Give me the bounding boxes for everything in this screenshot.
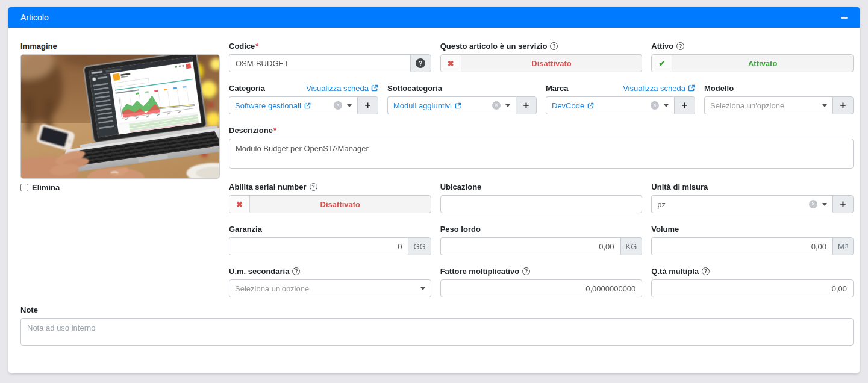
marca-add-button[interactable]: + [674, 96, 695, 114]
ubicazione-input[interactable] [440, 195, 643, 213]
field-categoria: Categoria Visualizza scheda Software ges… [229, 83, 378, 114]
chevron-down-icon [822, 104, 827, 107]
field-serial: Abilita serial number ? ✖ Disattivato [229, 182, 431, 213]
clear-icon[interactable]: × [651, 101, 659, 110]
clear-icon[interactable]: × [334, 101, 342, 110]
codice-input[interactable] [229, 54, 410, 72]
peso-lordo-label: Peso lordo [440, 225, 481, 234]
help-icon[interactable]: ? [292, 267, 300, 275]
sottocategoria-select[interactable]: Moduli aggiuntivi × [387, 96, 516, 114]
page: Articolo Immagine [0, 0, 868, 383]
marca-visualizza-scheda-link[interactable]: Visualizza scheda [623, 84, 695, 93]
field-servizio: Questo articolo è un servizio ? ✖ Disatt… [440, 41, 643, 72]
marca-label: Marca [546, 84, 569, 93]
field-um-secondaria: U.m. secondaria ? Seleziona un'opzione [229, 266, 431, 297]
elimina-label: Elimina [32, 183, 60, 192]
categoria-label: Categoria [229, 84, 265, 93]
row-um2-fattore-qta: U.m. secondaria ? Seleziona un'opzione [229, 266, 854, 297]
field-marca: Marca Visualizza scheda DevCode × [546, 83, 695, 114]
cross-icon: ✖ [441, 55, 461, 72]
categoria-value[interactable]: Software gestionali [235, 101, 311, 110]
collapse-button[interactable] [837, 14, 851, 21]
required-marker: * [255, 42, 258, 51]
field-ubicazione: Ubicazione [440, 182, 643, 213]
sottocategoria-label: Sottocategoria [387, 84, 442, 93]
image-column: Immagine [20, 41, 220, 304]
check-icon: ✔ [652, 55, 672, 72]
um-secondaria-label: U.m. secondaria [229, 267, 289, 276]
row-codice-servizio-attivo: Codice* ? Questo articolo è u [229, 41, 854, 72]
field-peso-lordo: Peso lordo KG [440, 224, 643, 255]
chevron-down-icon [420, 287, 425, 290]
volume-label: Volume [651, 225, 679, 234]
attivo-toggle[interactable]: ✔ Attivato [651, 54, 854, 72]
required-marker: * [273, 126, 276, 135]
serial-label: Abilita serial number [229, 182, 307, 192]
um-secondaria-placeholder: Seleziona un'opzione [235, 284, 309, 293]
immagine-label: Immagine [20, 42, 57, 51]
unita-misura-select[interactable]: pz × [651, 195, 832, 213]
volume-input[interactable] [651, 237, 832, 255]
external-link-icon [455, 102, 461, 109]
help-icon[interactable]: ? [550, 42, 558, 50]
external-link-icon [371, 84, 378, 92]
modello-add-button[interactable]: + [832, 96, 854, 114]
sottocategoria-add-button[interactable]: + [516, 96, 537, 114]
panel-header: Articolo [8, 7, 860, 28]
servizio-state: Disattivato [461, 55, 642, 72]
unita-misura-value: pz [657, 200, 666, 209]
categoria-select[interactable]: Software gestionali × [229, 96, 357, 114]
field-attivo: Attivo ? ✔ Attivato [651, 41, 854, 72]
categoria-visualizza-scheda-link[interactable]: Visualizza scheda [306, 84, 378, 93]
row-descrizione: Descrizione* Modulo Budget per OpenSTAMa… [229, 125, 854, 171]
elimina-checkbox[interactable] [20, 184, 28, 192]
qta-multipla-input[interactable] [651, 279, 854, 297]
volume-unit-addon: M3 [832, 237, 854, 255]
descrizione-textarea[interactable]: Modulo Budget per OpenSTAManager [229, 139, 854, 169]
external-link-icon [688, 84, 695, 92]
categoria-add-button[interactable]: + [357, 96, 378, 114]
help-icon[interactable]: ? [702, 267, 710, 275]
codice-label: Codice [229, 42, 255, 51]
modello-select[interactable]: Seleziona un'opzione [704, 96, 832, 114]
field-descrizione: Descrizione* Modulo Budget per OpenSTAMa… [229, 125, 854, 171]
row-serial-ubicazione-um: Abilita serial number ? ✖ Disattivato Ub… [229, 182, 854, 213]
note-textarea[interactable] [20, 318, 854, 346]
articolo-panel: Articolo Immagine [8, 7, 860, 373]
serial-state: Disattivato [250, 196, 431, 213]
servizio-label: Questo articolo è un servizio [440, 42, 548, 51]
unita-misura-add-button[interactable]: + [832, 195, 854, 213]
field-qta-multipla: Q.tà multipla ? [651, 266, 854, 297]
codice-help-addon[interactable]: ? [410, 54, 431, 72]
clear-icon[interactable]: × [492, 101, 501, 110]
peso-lordo-input[interactable] [440, 237, 620, 255]
serial-toggle[interactable]: ✖ Disattivato [229, 195, 431, 213]
modello-placeholder: Seleziona un'opzione [710, 101, 784, 110]
question-circle-icon: ? [416, 58, 425, 68]
um-secondaria-select[interactable]: Seleziona un'opzione [229, 279, 431, 297]
marca-select[interactable]: DevCode × [546, 96, 674, 114]
garanzia-input[interactable] [229, 237, 408, 255]
article-image[interactable] [20, 54, 220, 179]
field-volume: Volume M3 [651, 224, 854, 255]
peso-lordo-unit-addon: KG [620, 237, 643, 255]
external-link-icon [304, 102, 311, 109]
clear-icon[interactable]: × [809, 200, 817, 208]
descrizione-label: Descrizione [229, 126, 273, 135]
note-label: Note [20, 305, 38, 314]
help-icon[interactable]: ? [310, 183, 317, 191]
modello-label: Modello [704, 84, 734, 93]
help-icon[interactable]: ? [676, 42, 684, 50]
fattore-input[interactable] [440, 279, 643, 297]
marca-value[interactable]: DevCode [552, 101, 594, 110]
laptop-photo-svg [21, 55, 219, 178]
field-codice: Codice* ? [229, 41, 431, 72]
panel-title: Articolo [20, 13, 49, 22]
help-icon[interactable]: ? [522, 267, 530, 275]
servizio-toggle[interactable]: ✖ Disattivato [440, 54, 643, 72]
field-fattore: Fattore moltiplicativo ? [440, 266, 643, 297]
sottocategoria-value[interactable]: Moduli aggiuntivi [393, 101, 461, 110]
field-modello: Modello Seleziona un'opzione + [704, 83, 854, 114]
attivo-state: Attivato [672, 55, 853, 72]
elimina-checkbox-row[interactable]: Elimina [20, 183, 220, 192]
